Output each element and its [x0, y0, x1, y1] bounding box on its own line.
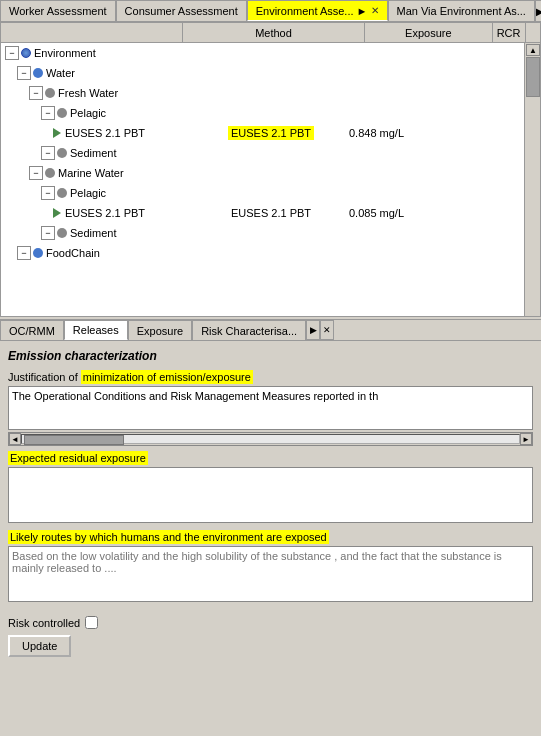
- expand-foodchain[interactable]: −: [17, 246, 31, 260]
- tree-method-euses-marine: EUSES 2.1 PBT: [201, 207, 341, 219]
- hscroll-track[interactable]: [21, 434, 520, 444]
- tree-row-sediment1[interactable]: − Sediment: [1, 143, 540, 163]
- tab-man-via[interactable]: Man Via Environment As...: [388, 0, 535, 21]
- expand-pelagic1[interactable]: −: [41, 106, 55, 120]
- expand-sediment2[interactable]: −: [41, 226, 55, 240]
- play-icon-euses-pelagic: [53, 128, 61, 138]
- tab-nav-right[interactable]: ▶: [306, 320, 320, 340]
- bottom-tab-bar: OC/RMM Releases Exposure Risk Characteri…: [0, 319, 541, 341]
- tree-method-euses-pelagic: EUSES 2.1 PBT: [201, 126, 341, 140]
- expected-residual-textarea[interactable]: [8, 467, 533, 523]
- justification-textarea[interactable]: [8, 386, 533, 430]
- tree-value-euses-pelagic: 0.848 mg/L: [341, 127, 540, 139]
- tree-label-foodchain: − FoodChain: [1, 246, 201, 260]
- expand-freshwater[interactable]: −: [29, 86, 43, 100]
- tab-close-bottom[interactable]: ✕: [320, 320, 334, 340]
- tree-label-pelagic2: − Pelagic: [1, 186, 201, 200]
- tree-row-foodchain[interactable]: − FoodChain: [1, 243, 540, 263]
- tree-label-euses-marine: EUSES 2.1 PBT: [1, 207, 201, 219]
- expand-marinewater[interactable]: −: [29, 166, 43, 180]
- globe-icon-environment: [21, 48, 31, 58]
- tree-row-water[interactable]: − Water: [1, 63, 540, 83]
- circle-icon-sediment1: [57, 148, 67, 158]
- tree-value-euses-marine: 0.085 mg/L: [341, 207, 540, 219]
- col-header-scroll-spacer: [526, 23, 541, 42]
- tab-environment[interactable]: Environment Asse... ► ✕: [247, 0, 388, 21]
- tab-exposure[interactable]: Exposure: [128, 320, 192, 340]
- circle-icon-freshwater: [45, 88, 55, 98]
- tree-row-pelagic2[interactable]: − Pelagic: [1, 183, 540, 203]
- col-header-spacer: [1, 23, 183, 42]
- upper-panel: Method Exposure RCR − Environment −: [0, 22, 541, 317]
- column-headers: Method Exposure RCR: [1, 23, 540, 43]
- hscroll-right-arrow[interactable]: ►: [520, 433, 532, 445]
- lower-panel: Emission characterization Justification …: [0, 341, 541, 665]
- tab-ocrmm[interactable]: OC/RMM: [0, 320, 64, 340]
- tab-environment-close[interactable]: ✕: [371, 5, 379, 16]
- tree-label-sediment1: − Sediment: [1, 146, 201, 160]
- tab-releases[interactable]: Releases: [64, 320, 128, 340]
- tree-row-environment[interactable]: − Environment: [1, 43, 540, 63]
- likely-routes-label: Likely routes by which humans and the en…: [8, 530, 329, 544]
- circle-icon-foodchain: [33, 248, 43, 258]
- risk-controlled-row: Risk controlled: [8, 616, 533, 629]
- hscroll-left-arrow[interactable]: ◄: [9, 433, 21, 445]
- tab-scroll-arrow[interactable]: ▶: [535, 0, 541, 21]
- tree-row-marinewater[interactable]: − Marine Water: [1, 163, 540, 183]
- top-tab-bar: Worker Assessment Consumer Assessment En…: [0, 0, 541, 22]
- scroll-up-arrow[interactable]: ▲: [526, 44, 540, 56]
- tab-environment-label: Environment Asse... ►: [256, 5, 368, 17]
- tree-label-marinewater: − Marine Water: [1, 166, 201, 180]
- justification-hscrollbar[interactable]: ◄ ►: [8, 432, 533, 446]
- method-highlight-euses-pelagic: EUSES 2.1 PBT: [228, 126, 314, 140]
- justification-label: Justification of minimization of emissio…: [8, 371, 533, 383]
- risk-controlled-label: Risk controlled: [8, 617, 80, 629]
- tree-label-pelagic1: − Pelagic: [1, 106, 201, 120]
- tree-row-freshwater[interactable]: − Fresh Water: [1, 83, 540, 103]
- tree-content: − Environment − Water − Fresh Water: [1, 43, 540, 316]
- expand-water[interactable]: −: [17, 66, 31, 80]
- tab-worker[interactable]: Worker Assessment: [0, 0, 116, 21]
- col-header-exposure: Exposure: [365, 23, 493, 42]
- col-header-method: Method: [183, 23, 365, 42]
- tree-label-euses-pelagic: EUSES 2.1 PBT: [1, 127, 201, 139]
- circle-icon-water: [33, 68, 43, 78]
- tab-risk-char[interactable]: Risk Characterisa...: [192, 320, 306, 340]
- hscroll-thumb[interactable]: [24, 435, 124, 445]
- tree-row-sediment2[interactable]: − Sediment: [1, 223, 540, 243]
- likely-routes-label-container: Likely routes by which humans and the en…: [8, 531, 533, 543]
- circle-icon-sediment2: [57, 228, 67, 238]
- expected-residual-label: Expected residual exposure: [8, 451, 148, 465]
- expected-residual-label-container: Expected residual exposure: [8, 452, 533, 464]
- tree-label-water: − Water: [1, 66, 201, 80]
- expand-sediment1[interactable]: −: [41, 146, 55, 160]
- justification-highlight: minimization of emission/exposure: [81, 370, 253, 384]
- expand-environment[interactable]: −: [5, 46, 19, 60]
- tab-consumer[interactable]: Consumer Assessment: [116, 0, 247, 21]
- tree-row-pelagic1[interactable]: − Pelagic: [1, 103, 540, 123]
- tree-label-freshwater: − Fresh Water: [1, 86, 201, 100]
- section-title: Emission characterization: [8, 349, 533, 363]
- tree-label-sediment2: − Sediment: [1, 226, 201, 240]
- scroll-thumb[interactable]: [526, 57, 540, 97]
- tree-row-euses-marine[interactable]: EUSES 2.1 PBT EUSES 2.1 PBT 0.085 mg/L: [1, 203, 540, 223]
- col-header-rcr: RCR: [493, 23, 526, 42]
- play-icon-euses-marine: [53, 208, 61, 218]
- circle-icon-pelagic1: [57, 108, 67, 118]
- expand-pelagic2[interactable]: −: [41, 186, 55, 200]
- likely-routes-textarea[interactable]: [8, 546, 533, 602]
- circle-icon-pelagic2: [57, 188, 67, 198]
- tree-label-environment: − Environment: [1, 46, 201, 60]
- risk-controlled-checkbox[interactable]: [85, 616, 98, 629]
- update-button[interactable]: Update: [8, 635, 71, 657]
- tree-scrollbar[interactable]: ▲: [524, 43, 540, 316]
- circle-icon-marinewater: [45, 168, 55, 178]
- tree-row-euses-pelagic[interactable]: EUSES 2.1 PBT EUSES 2.1 PBT 0.848 mg/L: [1, 123, 540, 143]
